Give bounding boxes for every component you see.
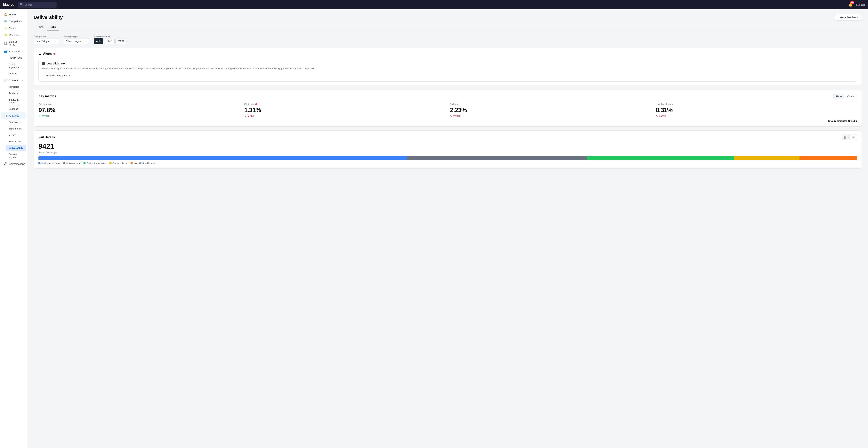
legend-label: Device disconnected — [87, 162, 106, 165]
chevron-down-icon: ▼ — [55, 40, 57, 42]
legend-label: Unknown error — [66, 162, 81, 165]
sidebar-item-products[interactable]: Products — [6, 90, 26, 96]
conversations-badge — [27, 163, 27, 164]
fail-messages-label: Failed Messages — [38, 151, 857, 154]
deliverability-label: Deliverability — [8, 147, 23, 149]
content-icon: 📄 — [4, 79, 7, 82]
alerts-card: ▲ Alerts ⬛ Low click rate There are a si… — [34, 48, 862, 86]
sidebar-item-flows[interactable]: ⚡ Flows — [1, 25, 26, 31]
trend-down-icon: ↘ — [656, 114, 658, 117]
total-recipients: Total recipients: 421,566 — [38, 120, 857, 122]
search-input[interactable] — [25, 3, 54, 6]
sidebar-item-conversations[interactable]: 💬 Conversations — [1, 160, 26, 167]
search-box[interactable]: 🔍 — [18, 2, 57, 8]
click-rate-alert-dot — [255, 103, 257, 105]
troubleshooting-guide-button[interactable]: Troubleshooting guide ↗ — [42, 73, 73, 78]
sidebar-item-signup-forms[interactable]: 📋 Sign-up forms — [1, 38, 26, 48]
alert-item: ⬛ Low click rate There are a significant… — [38, 59, 857, 82]
sidebar-item-deliverability[interactable]: Deliverability — [6, 145, 26, 151]
sidebar-item-campaigns[interactable]: 📧 Campaigns — [1, 18, 26, 25]
legend-dot — [110, 162, 112, 164]
alerts-header[interactable]: ▲ Alerts — [38, 52, 857, 56]
sidebar-item-audience[interactable]: 👥 Audience ▲ — [1, 48, 26, 55]
metric-delivery-rate: Delivery rate 97.8% ↗ +0.08% — [38, 103, 240, 117]
reviews-icon: ⭐ — [4, 33, 7, 36]
audience-icon: 👥 — [4, 50, 7, 53]
sidebar-item-dashboards[interactable]: Dashboards — [6, 119, 26, 125]
sidebar-item-benchmarks[interactable]: Benchmarks — [6, 139, 26, 145]
sidebar-item-templates[interactable]: Templates — [6, 84, 26, 90]
metrics-label: Metrics — [8, 134, 16, 137]
content-submenu: Templates Products Images & brand Coupon… — [0, 84, 27, 112]
delivery-rate-change: ↗ +0.08% — [38, 114, 240, 117]
support-link[interactable]: Support — [856, 3, 865, 6]
tab-bar: Email SMS — [34, 24, 862, 30]
chart-bar-button[interactable]: ▦ — [842, 135, 848, 140]
unsubscribe-rate-label: Unsubscribe rate — [656, 103, 857, 106]
sidebar-item-growth-tools[interactable]: Growth tools — [6, 55, 26, 61]
leave-feedback-button[interactable]: Leave feedback — [835, 14, 862, 21]
sidebar-item-metrics[interactable]: Metrics — [6, 132, 26, 138]
sidebar-item-lists-segments[interactable]: Lists & segments — [6, 61, 26, 70]
sidebar-item-reviews[interactable]: ⭐ Reviews — [1, 32, 26, 38]
sidebar-item-label: Audience — [9, 50, 20, 53]
images-brand-label: Images & brand — [8, 98, 23, 104]
sidebar-item-label: Analytics — [9, 114, 19, 117]
home-icon: 🏠 — [4, 13, 7, 16]
sidebar-item-label: Sign-up forms — [9, 40, 23, 46]
custom-reports-label: Custom reports — [8, 153, 23, 158]
notifications-bell[interactable]: 🔔99+ — [848, 3, 853, 7]
fail-rate-value: 2.23% — [450, 107, 651, 114]
segment-device-disconnected — [587, 156, 734, 160]
format-btn-mms[interactable]: MMS — [115, 38, 126, 44]
lists-segments-label: Lists & segments — [8, 63, 23, 68]
benchmarks-label: Benchmarks — [8, 140, 22, 143]
delivery-rate-label: Delivery rate — [38, 103, 240, 106]
collapse-icon: ▲ — [38, 52, 41, 56]
metric-click-rate: Click rate 1.31% ↘ -1.71% — [244, 103, 445, 117]
segment-carrier-violation — [734, 156, 800, 160]
sidebar-item-label: Conversations — [9, 162, 25, 166]
sidebar-item-analytics[interactable]: 📊 Analytics ▲ — [1, 112, 26, 119]
sidebar-item-content[interactable]: 📄 Content ▲ — [1, 77, 26, 84]
sidebar-item-images-brand[interactable]: Images & brand — [6, 97, 26, 106]
sidebar-item-custom-reports[interactable]: Custom reports — [6, 151, 26, 160]
legend-item-carrier-violation: Carrier violation — [110, 162, 127, 165]
troubleshoot-label: Troubleshooting guide — [44, 74, 67, 77]
chart-type-toggle: ▦ 📈 — [842, 135, 857, 140]
sidebar-item-label: Home — [9, 13, 16, 16]
format-button-group: ALL SMS MMS — [94, 38, 126, 44]
click-rate-value: 1.31% — [244, 107, 445, 114]
tab-email[interactable]: Email — [34, 24, 46, 30]
alert-count-dot — [54, 53, 55, 55]
click-rate-change: ↘ -1.71% — [244, 114, 445, 117]
time-period-select[interactable]: Last 7 days ▼ — [34, 38, 59, 44]
experiments-label: Experiments — [8, 127, 22, 130]
segment-device-unreachable — [38, 156, 407, 160]
products-label: Products — [8, 92, 18, 95]
segment-invalid-mobile — [800, 156, 857, 160]
chevron-up-icon: ▲ — [21, 115, 23, 117]
analytics-icon: 📊 — [4, 114, 7, 117]
format-btn-all[interactable]: ALL — [94, 38, 103, 44]
sidebar-item-home[interactable]: 🏠 Home — [1, 11, 26, 18]
toggle-count[interactable]: Count — [844, 94, 857, 99]
time-period-filter: Time period Last 7 days ▼ — [34, 35, 59, 44]
tab-sms[interactable]: SMS — [46, 24, 59, 30]
sidebar-item-experiments[interactable]: Experiments — [6, 126, 26, 132]
flows-icon: ⚡ — [4, 27, 7, 30]
message-type-filter: Message type All messages ▼ — [64, 35, 89, 44]
page-header: Deliverability Leave feedback — [34, 14, 862, 21]
format-btn-sms[interactable]: SMS — [104, 38, 115, 44]
legend-dot — [63, 162, 65, 164]
message-format-filter: Message format ALL SMS MMS — [94, 35, 126, 44]
legend-item-device-disconnected: Device disconnected — [84, 162, 106, 165]
click-rate-label: Click rate — [244, 103, 445, 106]
sidebar-item-label: Flows — [9, 27, 16, 30]
sidebar-item-profiles[interactable]: Profiles — [6, 70, 26, 77]
sidebar-item-label: Reviews — [9, 34, 19, 36]
chart-line-button[interactable]: 📈 — [849, 135, 857, 140]
message-type-select[interactable]: All messages ▼ — [64, 38, 89, 44]
toggle-rate[interactable]: Rate — [833, 94, 844, 99]
sidebar-item-coupons[interactable]: Coupons — [6, 106, 26, 112]
